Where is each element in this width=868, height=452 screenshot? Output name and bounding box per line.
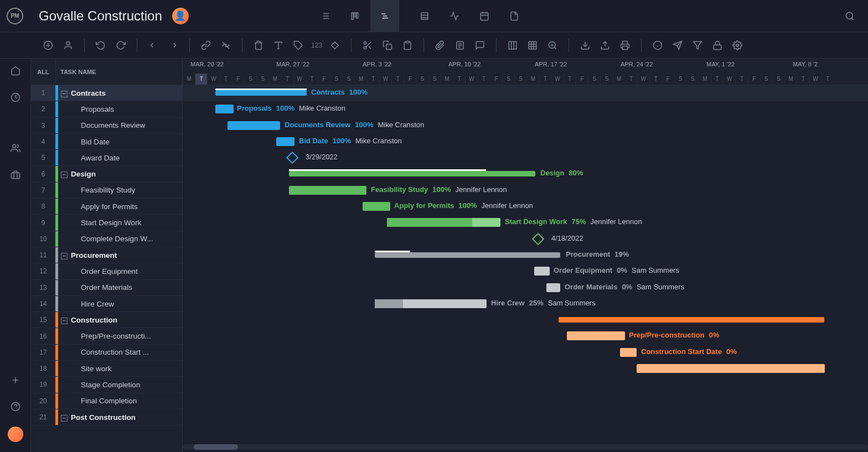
import-button[interactable] [577,37,593,54]
gantt-row[interactable] [183,409,868,425]
recent-icon[interactable] [9,91,22,104]
notes-button[interactable] [452,37,468,54]
gantt-summary-bar[interactable] [289,171,535,176]
priority-button[interactable] [327,37,343,54]
team-icon[interactable] [9,142,22,155]
task-row[interactable]: 4Bid Date [31,134,182,150]
gantt-row[interactable] [183,393,868,409]
gantt-row[interactable] [183,312,868,328]
search-button[interactable] [838,11,861,21]
sheet-view-tab[interactable] [410,0,439,32]
undo-button[interactable] [92,37,109,54]
gantt-task-bar[interactable] [637,364,825,373]
gantt-task-bar[interactable] [534,267,550,276]
print-button[interactable] [617,37,633,54]
gantt-row[interactable]: Order Equipment0%Sam Summers [183,263,868,279]
gantt-row[interactable]: Procurement19% [183,247,868,263]
send-button[interactable] [669,37,686,54]
task-row[interactable]: 3Documents Review [31,118,182,134]
activity-view-tab[interactable] [440,0,469,32]
taskname-column-header[interactable]: TASK NAME [55,59,182,85]
gantt-row[interactable]: Order Materials0%Sam Summers [183,280,868,296]
gantt-view-tab[interactable] [370,0,399,32]
calendar-view-tab[interactable] [470,0,499,32]
portfolio-icon[interactable] [9,168,22,181]
gantt-task-bar[interactable] [567,331,625,340]
info-button[interactable] [649,37,666,54]
cut-button[interactable] [359,37,376,54]
unlink-button[interactable] [218,37,234,54]
export-button[interactable] [597,37,613,54]
task-row[interactable]: 20Final Completion [31,393,182,409]
text-style-button[interactable] [270,37,287,54]
tag-button[interactable] [290,37,307,54]
task-row[interactable]: 2Proposals [31,101,182,117]
gantt-task-bar[interactable] [546,283,560,292]
grid-button[interactable] [524,37,541,54]
task-row[interactable]: 19Stage Completion [31,377,182,393]
assign-button[interactable] [60,37,76,54]
gantt-task-bar[interactable] [375,299,487,308]
indent-button[interactable] [165,37,182,54]
help-icon[interactable] [9,400,22,413]
gantt-row[interactable]: 4/18/2022 [183,231,868,247]
gantt-row[interactable]: Design80% [183,166,868,182]
attachment-button[interactable] [432,37,448,54]
expand-toggle-icon[interactable]: − [61,253,68,259]
task-row[interactable]: 10Complete Design W... [31,231,182,247]
task-row[interactable]: 21−Post Construction [31,409,182,425]
settings-button[interactable] [729,37,746,54]
gantt-milestone[interactable] [286,152,299,164]
task-row[interactable]: 15−Construction [31,312,182,328]
task-row[interactable]: 18Site work [31,361,182,377]
gantt-row[interactable] [183,361,868,377]
gantt-row[interactable]: Proposals100%Mike Cranston [183,101,868,117]
task-row[interactable]: 9Start Design Work [31,215,182,231]
home-icon[interactable] [9,64,22,77]
add-nav-icon[interactable] [9,373,22,387]
gantt-summary-bar[interactable] [559,317,824,323]
gantt-summary-bar[interactable] [215,90,307,96]
comments-button[interactable] [472,37,488,54]
gantt-row[interactable]: Documents Review100%Mike Cranston [183,118,868,134]
gantt-task-bar[interactable] [276,137,294,146]
wbs-button[interactable]: 123 [310,41,323,49]
gantt-milestone[interactable] [532,232,545,245]
task-row[interactable]: 1−Contracts [31,85,182,101]
gantt-row[interactable]: Feasibility Study100%Jennifer Lennon [183,183,868,199]
gantt-row[interactable]: Contracts100% [183,85,868,101]
filter-button[interactable] [689,37,706,54]
list-view-tab[interactable] [311,0,339,32]
task-row[interactable]: 12Order Equipment [31,263,182,279]
gantt-row[interactable]: Construction Start Date0% [183,345,868,361]
gantt-row[interactable]: Start Design Work75%Jennifer Lennon [183,215,868,231]
task-row[interactable]: 16Prep/Pre-constructi... [31,328,182,344]
app-logo[interactable]: PM [7,8,23,24]
gantt-task-bar[interactable] [228,121,280,130]
gantt-row[interactable]: Hire Crew25%Sam Summers [183,296,868,312]
task-row[interactable]: 7Feasibility Study [31,183,182,199]
add-button[interactable] [40,37,56,54]
columns-button[interactable] [504,37,521,54]
task-row[interactable]: 17Construction Start ... [31,345,182,361]
files-view-tab[interactable] [500,0,529,32]
gantt-summary-bar[interactable] [375,252,560,258]
task-row[interactable]: 11−Procurement [31,247,182,263]
gantt-scrollbar[interactable] [183,444,868,450]
paste-button[interactable] [399,37,416,54]
expand-toggle-icon[interactable]: − [61,318,68,324]
delete-button[interactable] [250,37,267,54]
all-column-header[interactable]: ALL [31,69,55,75]
task-row[interactable]: 8Apply for Permits [31,199,182,215]
gantt-task-bar[interactable] [363,202,390,211]
task-row[interactable]: 5Award Date [31,150,182,166]
gantt-row[interactable] [183,377,868,393]
task-row[interactable]: 13Order Materials [31,280,182,296]
gantt-row[interactable]: Apply for Permits100%Jennifer Lennon [183,199,868,215]
redo-button[interactable] [112,37,129,54]
board-view-tab[interactable] [340,0,369,32]
copy-button[interactable] [379,37,396,54]
gantt-task-bar[interactable] [387,218,500,227]
project-avatar[interactable]: 👤 [172,8,189,24]
gantt-scroll-thumb[interactable] [194,444,238,450]
